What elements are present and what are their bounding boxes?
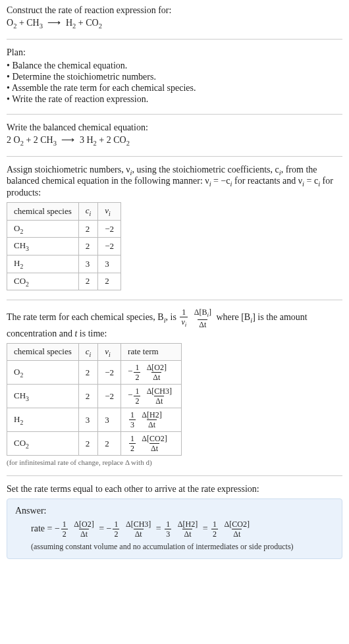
plan-item: Write the rate of reaction expression. — [7, 94, 342, 105]
table-row: CH3 2 −2 −12 Δ[CH3]Δt — [7, 385, 182, 408]
plan-item: Balance the chemical equation. — [7, 61, 342, 71]
fraction: 12 — [113, 520, 119, 538]
fraction: 12 — [134, 387, 140, 405]
col-ci: ci — [78, 343, 98, 361]
answer-label: Answer: — [15, 506, 334, 516]
divider — [7, 156, 342, 157]
table-row: H2 3 3 13 Δ[H2]Δt — [7, 408, 182, 432]
fraction: 12 — [134, 363, 140, 381]
table-row: O2 2 −2 −12 Δ[O2]Δt — [7, 361, 182, 385]
stoich-intro: Assign stoichiometric numbers, νi, using… — [7, 165, 342, 199]
balanced-equation: 2 O2 + 2 CH3 ⟶ 3 H2 + 2 CO2 — [7, 134, 342, 147]
species-h2: H2 — [66, 18, 76, 28]
rate-expression: rate = −12 Δ[O2]Δt = −12 Δ[CH3]Δt = 13 Δ… — [31, 520, 334, 538]
col-vi: νi — [98, 203, 121, 221]
table-row: CO2 2 2 — [7, 273, 121, 290]
table-row: CH3 2 −2 — [7, 238, 121, 255]
fraction: 12 — [61, 520, 68, 538]
rateterm-note: (for infinitesimal rate of change, repla… — [7, 458, 342, 466]
prompt-text: Construct the rate of reaction expressio… — [7, 5, 342, 16]
table-row: H2 3 3 — [7, 255, 121, 273]
balanced-section: Write the balanced chemical equation: 2 … — [7, 122, 342, 147]
col-vi: νi — [98, 343, 121, 361]
reaction-arrow-icon: ⟶ — [61, 134, 74, 146]
divider — [7, 39, 342, 40]
plan-item: Determine the stoichiometric numbers. — [7, 72, 342, 82]
fraction: 13 — [165, 520, 171, 538]
table-row: O2 2 −2 — [7, 220, 121, 238]
fraction: 1νi — [180, 308, 188, 328]
answer-box: Answer: rate = −12 Δ[O2]Δt = −12 Δ[CH3]Δ… — [7, 498, 342, 559]
stoich-table: chemical species ci νi O2 2 −2 CH3 2 −2 … — [7, 202, 121, 290]
final-intro: Set the rate terms equal to each other t… — [7, 484, 342, 495]
final-section: Set the rate terms equal to each other t… — [7, 484, 342, 559]
table-header-row: chemical species ci νi rate term — [7, 343, 182, 361]
divider — [7, 475, 342, 476]
plan-list: Balance the chemical equation. Determine… — [7, 61, 342, 105]
fraction: Δ[CH3]Δt — [146, 387, 173, 405]
balanced-title: Write the balanced chemical equation: — [7, 122, 342, 133]
table-header-row: chemical species ci νi — [7, 203, 121, 221]
stoich-section: Assign stoichiometric numbers, νi, using… — [7, 165, 342, 291]
fraction: 12 — [211, 520, 218, 538]
fraction: Δ[CO2]Δt — [223, 520, 251, 538]
divider — [7, 300, 342, 300]
rateterm-section: The rate term for each chemical species,… — [7, 308, 342, 466]
fraction: Δ[Bi]Δt — [193, 308, 213, 328]
rateterm-intro: The rate term for each chemical species,… — [7, 308, 342, 338]
col-ci: ci — [78, 203, 98, 221]
fraction: Δ[O2]Δt — [72, 520, 95, 538]
fraction: Δ[H2]Δt — [140, 411, 163, 429]
fraction: Δ[H2]Δt — [176, 520, 199, 538]
rate-formula: 1νi Δ[Bi]Δt — [178, 313, 216, 323]
species-o2: O2 — [7, 18, 16, 28]
fraction: Δ[CO2]Δt — [140, 435, 168, 452]
plan-section: Plan: Balance the chemical equation. Det… — [7, 47, 342, 105]
col-rate: rate term — [121, 343, 182, 361]
plan-item: Assemble the rate term for each chemical… — [7, 83, 342, 94]
plan-title: Plan: — [7, 47, 342, 58]
unbalanced-equation: O2 + CH3 ⟶ H2 + CO2 — [7, 17, 342, 30]
reaction-arrow-icon: ⟶ — [47, 17, 61, 28]
divider — [7, 114, 342, 115]
assumption-note: (assuming constant volume and no accumul… — [31, 542, 334, 552]
table-row: CO2 2 2 12 Δ[CO2]Δt — [7, 432, 182, 456]
fraction: Δ[O2]Δt — [146, 363, 168, 381]
fraction: 12 — [129, 435, 136, 452]
rateterm-table: chemical species ci νi rate term O2 2 −2… — [7, 343, 182, 456]
col-species: chemical species — [7, 203, 79, 221]
fraction: Δ[CH3]Δt — [124, 520, 152, 538]
prompt-section: Construct the rate of reaction expressio… — [7, 5, 342, 30]
col-species: chemical species — [7, 343, 79, 361]
fraction: 13 — [129, 411, 136, 429]
